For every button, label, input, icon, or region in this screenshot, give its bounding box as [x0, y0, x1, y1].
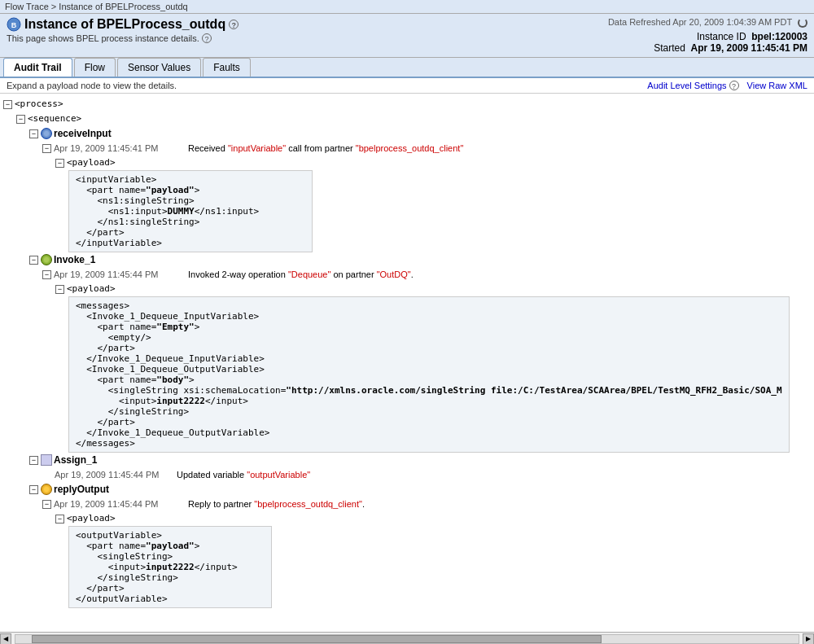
refresh-info: Data Refreshed Apr 20, 2009 1:04:39 AM P… [608, 17, 807, 28]
payload1-tag: <payload> [67, 156, 116, 170]
payload2-tag: <payload> [67, 282, 116, 296]
toolbar-hint: Expand a payload node to view the detail… [7, 81, 177, 90]
process-node: − <process> [0, 97, 814, 112]
tab-faults[interactable]: Faults [203, 58, 251, 77]
log-entry-2-message: Invoked 2-way operation "Dequeue" on par… [188, 267, 414, 282]
payload3-box: <outputVariable> <part name="payload"> <… [0, 526, 814, 608]
invoke-icon [41, 254, 52, 265]
log-entry-4-timestamp: Apr 19, 2009 11:45:44 PM [54, 497, 180, 511]
svg-text:B: B [11, 21, 17, 29]
payload2-collapse[interactable]: − [55, 285, 64, 294]
page-title: B Instance of BPELProcess_outdq ? [7, 17, 608, 32]
tab-flow[interactable]: Flow [74, 58, 116, 77]
receive-input-collapse[interactable]: − [29, 129, 38, 138]
log-entry-3-timestamp: Apr 19, 2009 11:45:44 PM [42, 467, 168, 482]
view-raw-xml-link[interactable]: View Raw XML [747, 81, 807, 90]
log-entry-1-row: − Apr 19, 2009 11:45:41 PM Received "inp… [0, 141, 814, 156]
title-help-icon[interactable]: ? [229, 20, 239, 29]
reply-icon [41, 484, 52, 495]
payload1-collapse[interactable]: − [55, 159, 64, 168]
payload3-collapse[interactable]: − [55, 515, 64, 524]
receive-input-node: − receiveInput [0, 126, 814, 141]
audit-level-help-icon[interactable]: ? [729, 81, 739, 90]
receive-icon [41, 128, 52, 139]
payload2-box: <messages> <Invoke_1_Dequeue_InputVariab… [0, 296, 814, 453]
log-entry-2-row: − Apr 19, 2009 11:45:44 PM Invoked 2-way… [0, 267, 814, 282]
log-entry-4-message: Reply to partner "bpelprocess_outdq_clie… [188, 497, 365, 511]
log-entry-4-expand[interactable]: − [42, 500, 51, 509]
scroll-track[interactable] [15, 634, 799, 644]
log-entry-2-timestamp: Apr 19, 2009 11:45:44 PM [54, 267, 180, 282]
tabs-bar: Audit Trail Flow Sensor Values Faults [0, 58, 814, 78]
reply-output-collapse[interactable]: − [29, 485, 38, 494]
log-entry-2-expand[interactable]: − [42, 270, 51, 279]
tree-content: − <process> − <sequence> − receiveInput … [0, 94, 814, 628]
breadcrumb: Flow Trace > Instance of BPELProcess_out… [0, 0, 814, 14]
header-right: Data Refreshed Apr 20, 2009 1:04:39 AM P… [608, 17, 807, 54]
log-entry-4-row: − Apr 19, 2009 11:45:44 PM Reply to part… [0, 497, 814, 511]
assign1-label: Assign_1 [54, 453, 97, 467]
payload3-tag: <payload> [67, 511, 116, 526]
subtitle-help-icon[interactable]: ? [202, 33, 212, 43]
tab-sensor-values[interactable]: Sensor Values [117, 58, 201, 77]
payload1-box: <inputVariable> <part name="payload"> <n… [0, 170, 814, 252]
reply-output-node: − replyOutput [0, 482, 814, 497]
log-entry-1-expand[interactable]: − [42, 144, 51, 153]
assign1-collapse[interactable]: − [29, 456, 38, 465]
log-entry-3-row: Apr 19, 2009 11:45:44 PM Updated variabl… [0, 467, 814, 482]
content-area[interactable]: − <process> − <sequence> − receiveInput … [0, 94, 814, 632]
scroll-left-arrow[interactable]: ◀ [0, 633, 11, 644]
payload1-tag-row: − <payload> [0, 156, 814, 170]
receive-input-label: receiveInput [54, 126, 112, 141]
log-entry-1-message: Received "inputVariable" call from partn… [188, 141, 463, 156]
log-entry-3-message: Updated variable "outputVariable" [177, 467, 310, 482]
reply-output-label: replyOutput [54, 482, 109, 497]
audit-level-settings-link[interactable]: Audit Level Settings ? [647, 81, 738, 90]
toolbar-right: Audit Level Settings ? View Raw XML [647, 81, 807, 90]
invoke1-collapse[interactable]: − [29, 256, 38, 265]
payload2-tag-row: − <payload> [0, 282, 814, 296]
refresh-icon [798, 18, 807, 28]
payload2-content: <messages> <Invoke_1_Dequeue_InputVariab… [68, 296, 790, 453]
scroll-thumb[interactable] [32, 635, 602, 643]
assign-icon [41, 454, 52, 466]
payload1-content: <inputVariable> <part name="payload"> <n… [68, 170, 313, 252]
log-entry-1-timestamp: Apr 19, 2009 11:45:41 PM [54, 141, 180, 156]
header-area: B Instance of BPELProcess_outdq ? This p… [0, 14, 814, 58]
header-left: B Instance of BPELProcess_outdq ? This p… [7, 17, 608, 43]
payload3-tag-row: − <payload> [0, 511, 814, 526]
assign1-node: − Assign_1 [0, 453, 814, 467]
started-value: Apr 19, 2009 11:45:41 PM [691, 42, 807, 54]
toolbar-row: Expand a payload node to view the detail… [0, 78, 814, 94]
instance-info: Instance ID bpel:120003 Started Apr 19, … [608, 31, 807, 54]
payload3-content: <outputVariable> <part name="payload"> <… [68, 526, 272, 608]
scroll-right-arrow[interactable]: ▶ [803, 633, 814, 644]
process-collapse[interactable]: − [3, 100, 12, 109]
tab-audit-trail[interactable]: Audit Trail [3, 58, 72, 77]
sequence-tag: <sequence> [28, 112, 81, 126]
sequence-node: − <sequence> [0, 112, 814, 126]
sequence-collapse[interactable]: − [16, 115, 25, 124]
instance-id-value: bpel:120003 [751, 31, 807, 42]
horizontal-scrollbar[interactable]: ◀ ▶ [0, 632, 814, 644]
process-tag: <process> [15, 97, 63, 112]
bpel-icon: B [7, 17, 21, 32]
header-subtitle: This page shows BPEL process instance de… [7, 33, 608, 43]
invoke1-label: Invoke_1 [54, 252, 95, 267]
invoke1-node: − Invoke_1 [0, 252, 814, 267]
